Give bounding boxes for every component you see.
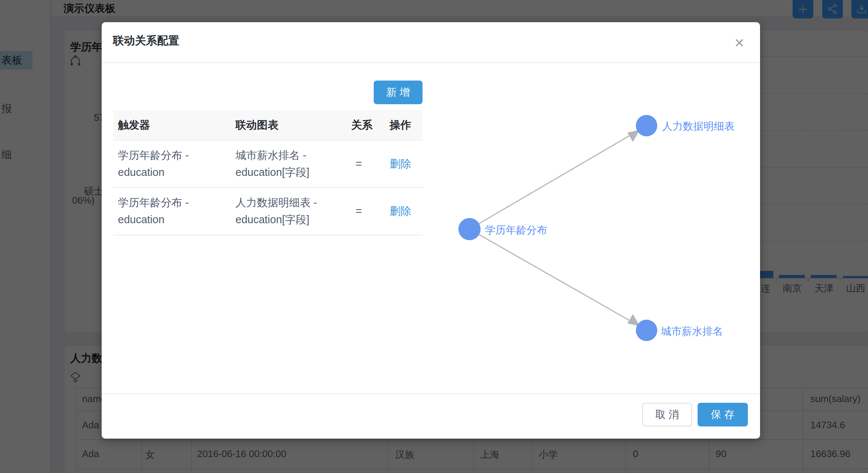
- col-header-action: 操作: [390, 118, 411, 132]
- graph-edge: [475, 232, 638, 326]
- relation-cell: =: [356, 156, 362, 171]
- trigger-cell-line2: education: [118, 165, 165, 180]
- target-cell-line2: education[字段]: [235, 165, 309, 180]
- col-header-relation: 关系: [351, 118, 373, 132]
- delete-link[interactable]: 删除: [390, 204, 411, 218]
- table-divider: [113, 140, 423, 140]
- col-header-trigger: 触发器: [118, 118, 150, 132]
- target-cell-line2: education[字段]: [235, 212, 309, 227]
- target-cell-line1: 人力数据明细表 -: [235, 195, 317, 210]
- graph-node-label: 学历年龄分布: [485, 224, 547, 236]
- screen: 演示仪表板: [0, 0, 868, 473]
- modal-header-divider: [102, 62, 760, 63]
- delete-link[interactable]: 删除: [390, 156, 411, 171]
- cancel-button[interactable]: 取 消: [642, 403, 692, 426]
- relation-cell: =: [356, 204, 362, 218]
- linkage-config-modal: 联动关系配置 ✕ 新 增 触发器 联动图表 关系 操作 学历年龄分布 - edu…: [102, 22, 760, 439]
- graph-node-source[interactable]: [458, 218, 481, 240]
- graph-node-label: 人力数据明细表: [662, 120, 735, 132]
- linkage-graph[interactable]: 学历年龄分布 人力数据明细表 城市薪水排名: [425, 92, 762, 373]
- table-divider: [113, 235, 423, 235]
- graph-node-target1[interactable]: [636, 115, 657, 136]
- save-button[interactable]: 保 存: [698, 403, 748, 426]
- trigger-cell-line1: 学历年龄分布 -: [118, 195, 189, 210]
- trigger-cell-line2: education: [118, 212, 165, 227]
- close-icon[interactable]: ✕: [731, 35, 747, 51]
- modal-footer-divider: [102, 394, 760, 394]
- graph-node-label: 城市薪水排名: [661, 326, 723, 337]
- trigger-cell-line1: 学历年龄分布 -: [118, 148, 189, 163]
- modal-title: 联动关系配置: [113, 33, 179, 48]
- table-divider: [113, 187, 423, 188]
- graph-node-target2[interactable]: [636, 320, 657, 341]
- add-linkage-button[interactable]: 新 增: [374, 81, 423, 104]
- target-cell-line1: 城市薪水排名 -: [235, 148, 306, 163]
- col-header-target: 联动图表: [235, 118, 278, 132]
- graph-edge: [475, 130, 638, 226]
